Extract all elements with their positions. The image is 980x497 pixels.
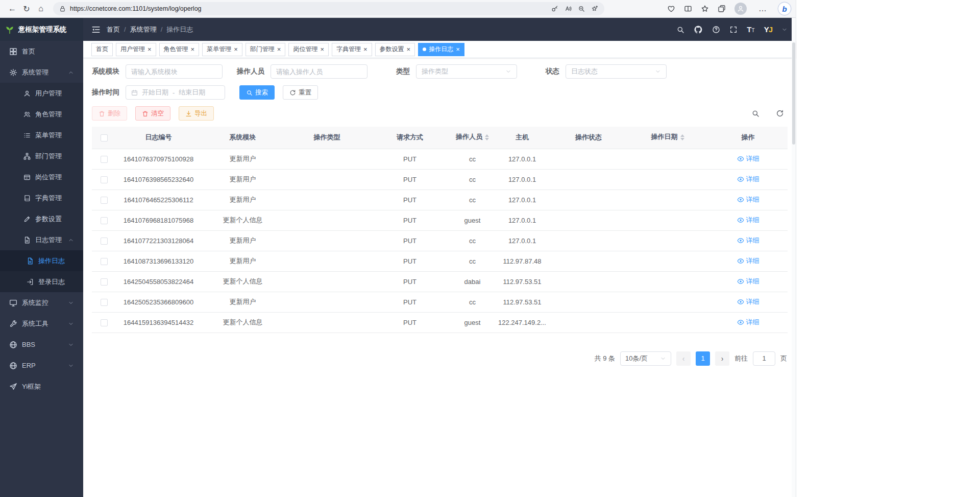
sidebar-item-erp[interactable]: ERP [0,355,83,376]
row-checkbox[interactable] [101,197,108,204]
clear-button[interactable]: 清空 [135,106,170,121]
close-icon[interactable]: × [148,46,152,53]
detail-link[interactable]: 详细 [737,154,760,163]
tab-operation-log[interactable]: 操作日志 × [418,43,464,56]
toggle-search-button[interactable] [748,106,763,121]
row-checkbox[interactable] [101,217,108,224]
status-select[interactable]: 日志状态 [566,64,667,79]
detail-link[interactable]: 详细 [737,195,760,204]
close-icon[interactable]: × [191,46,195,53]
detail-link[interactable]: 详细 [737,277,760,286]
detail-link[interactable]: 详细 [737,175,760,184]
tab-param-settings[interactable]: 参数设置 × [375,43,415,56]
password-key-icon[interactable] [551,5,558,12]
chevron-down-icon[interactable] [781,27,788,33]
zoom-out-icon[interactable] [578,5,585,12]
row-checkbox[interactable] [101,299,108,306]
tab-dict-mgmt[interactable]: 字典管理 × [332,43,372,56]
sidebar-item-role-mgmt[interactable]: 角色管理 [0,104,83,125]
sidebar-item-post-mgmt[interactable]: 岗位管理 [0,167,83,187]
browser-essentials-icon[interactable] [667,5,675,13]
row-checkbox[interactable] [101,238,108,245]
type-select[interactable]: 操作类型 [416,64,517,79]
back-button[interactable]: ← [5,2,19,16]
tab-menu-mgmt[interactable]: 菜单管理 × [202,43,242,56]
sidebar-item-dept-mgmt[interactable]: 部门管理 [0,146,83,167]
next-page-button[interactable]: › [715,351,729,366]
delete-button[interactable]: 删除 [92,106,127,121]
fullscreen-icon[interactable] [729,26,738,34]
sidebar-item-system-mgmt[interactable]: 系统管理 [0,62,83,83]
refresh-table-button[interactable] [773,106,787,121]
goto-page-input[interactable] [753,351,775,366]
tab-role-mgmt[interactable]: 角色管理 × [159,43,200,56]
sidebar-item-system-monitor[interactable]: 系统监控 [0,292,83,313]
tab-post-mgmt[interactable]: 岗位管理 × [288,43,329,56]
more-menu-icon[interactable]: … [755,2,770,16]
sidebar-item-user-mgmt[interactable]: 用户管理 [0,83,83,104]
tab-dept-mgmt[interactable]: 部门管理 × [246,43,286,56]
select-all-checkbox[interactable] [101,134,108,141]
close-icon[interactable]: × [234,46,238,53]
home-button[interactable]: ⌂ [34,2,48,16]
export-button[interactable]: 导出 [179,106,214,121]
breadcrumb-home[interactable]: 首页 [107,25,120,34]
row-checkbox[interactable] [101,258,108,265]
sidebar-item-menu-mgmt[interactable]: 菜单管理 [0,125,83,146]
sidebar-item-operation-log[interactable]: 操作日志 [0,250,83,271]
row-checkbox[interactable] [101,278,108,286]
search-button[interactable]: 搜索 [239,85,275,100]
row-checkbox[interactable] [101,156,108,163]
font-size-icon[interactable]: TT [747,25,754,34]
split-screen-icon[interactable] [684,5,692,13]
sidebar-item-log-mgmt[interactable]: 日志管理 [0,229,83,250]
detail-link[interactable]: 详细 [737,216,760,225]
date-range-picker[interactable]: 开始日期 - 结束日期 [126,85,225,100]
operator-input[interactable] [276,68,362,76]
detail-link[interactable]: 详细 [737,236,760,245]
detail-link[interactable]: 详细 [737,297,760,306]
close-icon[interactable]: × [363,46,368,53]
collections-icon[interactable] [718,5,726,13]
close-icon[interactable]: × [456,46,460,53]
profile-avatar[interactable] [734,3,747,15]
tab-user-mgmt[interactable]: 用户管理 × [116,43,156,56]
sort-operator[interactable] [485,132,489,143]
detail-link[interactable]: 详细 [737,318,760,327]
read-aloud-icon[interactable] [565,5,572,12]
sort-date[interactable] [680,132,684,143]
app-logo[interactable]: 意框架管理系统 [0,18,83,41]
add-favorite-icon[interactable] [591,5,598,12]
row-checkbox[interactable] [101,319,108,326]
sidebar-item-home[interactable]: 首页 [0,41,83,62]
address-bar[interactable] [53,2,604,15]
scrollbar-thumb[interactable] [792,42,795,145]
page-size-select[interactable]: 10条/页 [620,351,671,366]
sidebar-item-login-log[interactable]: 登录日志 [0,271,83,292]
close-icon[interactable]: × [407,46,411,53]
breadcrumb-system[interactable]: 系统管理 [130,25,157,34]
sidebar-fold-icon[interactable] [91,25,101,34]
github-icon[interactable] [694,25,703,34]
tab-home[interactable]: 首页 [91,43,113,56]
row-checkbox[interactable] [101,176,108,183]
sidebar-item-dict-mgmt[interactable]: 字典管理 [0,187,83,208]
user-avatar-logo[interactable]: YJ [764,25,772,34]
help-icon[interactable] [712,26,720,34]
module-input[interactable] [131,68,217,76]
favorites-icon[interactable] [701,5,709,13]
reload-button[interactable]: ↻ [19,2,34,16]
reset-button[interactable]: 重置 [283,85,318,100]
sidebar-item-system-tools[interactable]: 系统工具 [0,313,83,334]
close-icon[interactable]: × [320,46,324,53]
page-1-button[interactable]: 1 [696,351,710,366]
prev-page-button[interactable]: ‹ [676,351,691,366]
sidebar-item-bbs[interactable]: BBS [0,334,83,355]
detail-link[interactable]: 详细 [737,256,760,266]
bing-copilot-icon[interactable]: b [778,3,791,15]
close-icon[interactable]: × [277,46,281,53]
search-icon[interactable] [676,26,684,34]
url-input[interactable] [70,5,547,12]
sidebar-item-yi-framework[interactable]: Yi框架 [0,376,83,397]
sidebar-item-param-settings[interactable]: 参数设置 [0,208,83,229]
